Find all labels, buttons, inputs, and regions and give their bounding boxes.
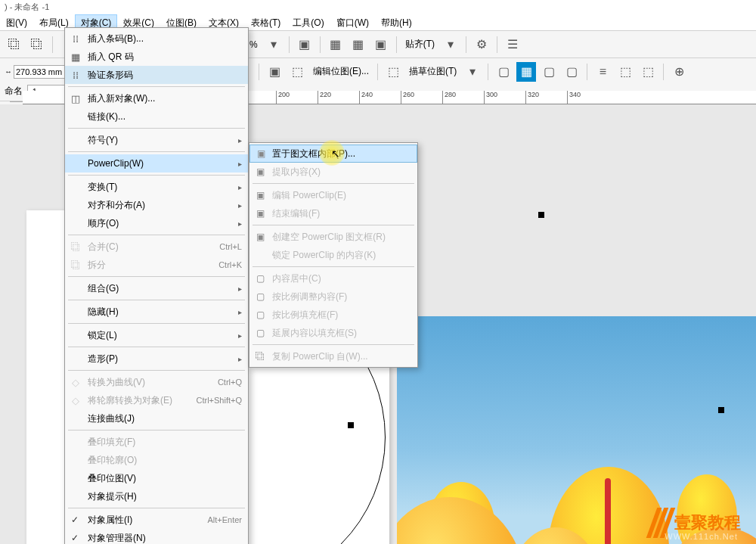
copy-icon: ⿻ xyxy=(253,351,267,362)
menu-insert-qr[interactable]: ▦插入 QR 码 xyxy=(65,48,248,66)
edit-bitmap-label[interactable]: 编辑位图(E)... xyxy=(310,65,372,78)
center-icon: ▢ xyxy=(253,273,267,284)
arrow-icon: ▸ xyxy=(238,183,242,191)
check-icon: ✓ xyxy=(71,533,79,543)
menu-overprint-fill: 叠印填充(F) xyxy=(65,433,248,451)
menu-verify-barcode[interactable]: ⁞⁞验证条形码 xyxy=(65,66,248,84)
submenu-copy-from: ⿻复制 PowerClip 自(W)... xyxy=(249,347,417,365)
arrow-icon: ▸ xyxy=(238,136,242,145)
menu-group[interactable]: 组合(G)▸ xyxy=(65,279,248,297)
edit-pc-icon: ▣ xyxy=(253,190,267,201)
menu-order[interactable]: 顺序(O)▸ xyxy=(65,214,248,232)
extract-icon: ▣ xyxy=(253,166,267,177)
menu-connect-curves[interactable]: 连接曲线(J) xyxy=(65,409,248,427)
plus-icon[interactable]: ⊕ xyxy=(669,62,689,82)
gear-icon[interactable]: ⚙ xyxy=(472,35,491,54)
tool-copy-icon[interactable]: ⿻ xyxy=(5,35,24,54)
tool-paste-icon[interactable]: ⿻ xyxy=(27,35,47,54)
crop2-icon[interactable]: ⬚ xyxy=(287,62,307,82)
barcode-icon: ⁞⁞ xyxy=(69,33,82,45)
menu-object-props[interactable]: ✓对象属性(I)Alt+Enter xyxy=(65,511,248,529)
menu-powerclip[interactable]: PowerClip(W)▸ xyxy=(65,154,248,173)
handle[interactable] xyxy=(348,422,354,428)
snap-label[interactable]: 贴齐(T) xyxy=(402,38,438,51)
watermark-url: WWW.111ch.Net xyxy=(665,532,738,541)
submenu-create-empty: ▣创建空 PowerClip 图文框(R) xyxy=(249,228,417,246)
handle[interactable] xyxy=(538,212,544,218)
outline-icon: ◇ xyxy=(69,395,82,406)
dropdown2-icon[interactable]: ▾ xyxy=(441,35,460,54)
arrow-icon: ▸ xyxy=(238,219,242,228)
name-label: 命名 xyxy=(5,85,23,98)
menu-hide[interactable]: 隐藏(H)▸ xyxy=(65,303,248,321)
arrow-icon: ▸ xyxy=(238,308,242,316)
submenu-lock-contents: 锁定 PowerClip 的内容(K) xyxy=(249,246,417,264)
submenu-edit-pc: ▣编辑 PowerClip(E) xyxy=(249,186,417,204)
dropdown-icon[interactable]: ▾ xyxy=(264,35,284,54)
fill-icon: ▢ xyxy=(253,309,267,320)
tool-opts-icon[interactable]: ☰ xyxy=(503,35,522,54)
menu-lock[interactable]: 锁定(L)▸ xyxy=(65,326,248,344)
combine-icon: ⿻ xyxy=(69,241,82,253)
menu-table[interactable]: 表格(T) xyxy=(245,14,287,30)
t6-icon[interactable]: ⬚ xyxy=(615,62,635,82)
tool-grid2-icon[interactable]: ▦ xyxy=(349,35,368,54)
submenu-fill: ▢按比例填充框(F) xyxy=(249,306,417,324)
menu-insert-object[interactable]: ◫插入新对象(W)... xyxy=(65,89,248,107)
menu-shaping[interactable]: 造形(P)▸ xyxy=(65,350,248,368)
menu-window[interactable]: 窗口(W) xyxy=(330,14,375,30)
t4-icon[interactable]: ▢ xyxy=(562,62,581,82)
title-bar: ) - 未命名 -1 xyxy=(0,0,756,14)
menu-tools[interactable]: 工具(O) xyxy=(287,14,330,30)
t5-icon[interactable]: ≡ xyxy=(593,62,612,82)
submenu-stretch: ▢延展内容以填充框(S) xyxy=(249,324,417,342)
menu-help[interactable]: 帮助(H) xyxy=(375,14,418,30)
trace-icon[interactable]: ⬚ xyxy=(383,62,403,82)
menu-overprint-outline: 叠印轮廓(O) xyxy=(65,451,248,469)
check-icon: ✓ xyxy=(71,514,79,525)
menu-to-curve: ◇转换为曲线(V)Ctrl+Q xyxy=(65,373,248,391)
handle[interactable] xyxy=(718,407,724,413)
menu-symbol[interactable]: 符号(Y)▸ xyxy=(65,131,248,149)
x-icon: ↔ xyxy=(5,67,12,76)
menu-object-hints[interactable]: 对象提示(H) xyxy=(65,487,248,505)
submenu-center: ▢内容居中(C) xyxy=(249,269,417,288)
crop-icon[interactable]: ▣ xyxy=(265,62,284,82)
t1-icon[interactable]: ▢ xyxy=(494,62,513,82)
menu-align[interactable]: 对齐和分布(A)▸ xyxy=(65,196,248,214)
trace-bitmap-label[interactable]: 描草位图(T) xyxy=(406,65,460,78)
finish-icon: ▣ xyxy=(253,208,267,219)
arrow-icon: ▸ xyxy=(238,355,242,363)
dropdown3-icon[interactable]: ▾ xyxy=(463,62,482,82)
menu-combine: ⿻合并(C)Ctrl+L xyxy=(65,238,248,256)
arrow-icon: ▸ xyxy=(238,160,242,168)
t7-icon[interactable]: ⬚ xyxy=(638,62,658,82)
arrow-icon: ▸ xyxy=(238,201,242,210)
tool-grid3-icon[interactable]: ▣ xyxy=(371,35,391,54)
menu-view[interactable]: 图(V) xyxy=(0,14,33,30)
menu-outline-to-obj: ◇将轮廓转换为对象(E)Ctrl+Shift+Q xyxy=(65,391,248,409)
create-icon: ▣ xyxy=(253,232,267,242)
stretch-icon: ▢ xyxy=(253,328,267,338)
x-coord-input[interactable] xyxy=(14,65,65,79)
t2-icon[interactable]: ▦ xyxy=(516,62,536,82)
object-menu-dropdown: ⁞⁞插入条码(B)... ▦插入 QR 码 ⁞⁞验证条形码 ◫插入新对象(W).… xyxy=(64,27,249,544)
submenu-finish-edit: ▣结束编辑(F) xyxy=(249,204,417,222)
menu-insert-barcode[interactable]: ⁞⁞插入条码(B)... xyxy=(65,30,248,48)
fit-icon: ▢ xyxy=(253,291,267,302)
arrow-icon: ▸ xyxy=(238,284,242,293)
t3-icon[interactable]: ▢ xyxy=(539,62,559,82)
menu-link[interactable]: 链接(K)... xyxy=(65,107,248,126)
insert-obj-icon: ◫ xyxy=(69,93,82,104)
tool-grid-icon[interactable]: ▦ xyxy=(326,35,345,54)
menu-overprint-bitmap[interactable]: 叠印位图(V) xyxy=(65,469,248,487)
break-icon: ⿻ xyxy=(69,260,82,271)
menu-break: ⿻拆分Ctrl+K xyxy=(65,256,248,274)
submenu-extract: ▣提取内容(X) xyxy=(249,163,417,181)
submenu-place-inside[interactable]: ▣置于图文框内部(P)... xyxy=(249,145,417,163)
menu-object-manager[interactable]: ✓对象管理器(N) xyxy=(65,529,248,544)
submenu-fit: ▢按比例调整内容(F) xyxy=(249,288,417,306)
curve-icon: ◇ xyxy=(69,377,82,388)
tool-fullscreen-icon[interactable]: ▣ xyxy=(295,35,314,54)
menu-transform[interactable]: 变换(T)▸ xyxy=(65,178,248,196)
